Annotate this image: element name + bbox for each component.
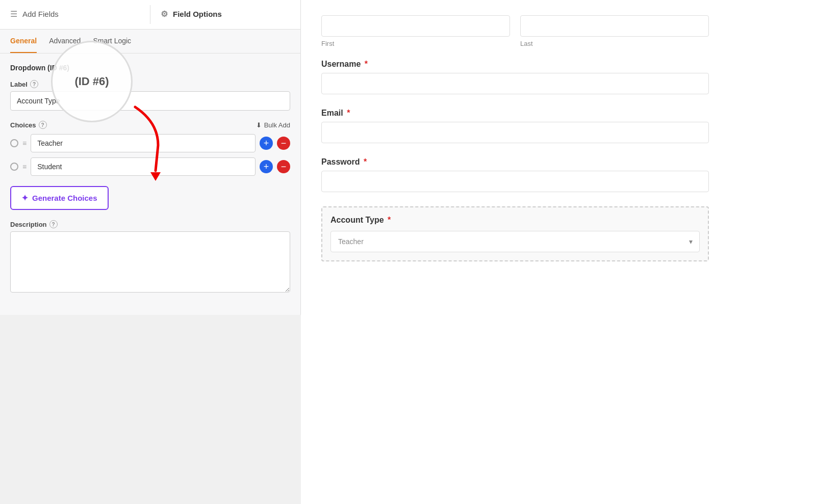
bulk-add-icon: ⬇ [256,121,262,129]
choices-help-icon[interactable]: ? [39,121,47,129]
choices-header: Choices ? ⬇ Bulk Add [10,121,290,129]
username-required-star: * [365,60,368,68]
drag-handle-1[interactable]: ≡ [22,139,27,147]
choice-add-button-1[interactable]: + [260,137,273,150]
label-input[interactable] [10,91,290,111]
name-row: First Last [321,15,709,47]
account-type-required-star: * [388,216,391,224]
generate-choices-button[interactable]: ✦ Generate Choices [10,186,109,210]
field-panel-content: Dropdown (ID #6) Label ? Choices ? ⬇ [0,54,300,315]
choice-row-2: ≡ + − [10,157,290,176]
choice-remove-button-1[interactable]: − [277,137,290,150]
account-type-label: Account Type * [330,216,700,225]
field-options-tab[interactable]: ⚙ Field Options [150,0,300,29]
field-type-label: Dropdown (ID #6) [10,64,290,72]
choices-label: Choices ? [10,121,47,129]
choices-group: Choices ? ⬇ Bulk Add ≡ + − [10,121,290,176]
username-group: Username * [321,60,709,94]
choice-radio-2[interactable] [10,163,18,171]
choice-row-1: ≡ + − [10,134,290,152]
generate-choices-label: Generate Choices [32,194,97,202]
choice-input-1[interactable] [31,134,256,152]
choice-radio-1[interactable] [10,139,18,147]
drag-handle-2[interactable]: ≡ [22,163,27,171]
label-field-label: Label ? [10,80,290,88]
description-group: Description ? [10,220,290,295]
tab-smart-logic[interactable]: Smart Logic [93,30,131,53]
first-name-input[interactable] [321,15,510,37]
first-name-field: First [321,15,510,47]
add-fields-icon: ☰ [10,9,17,19]
label-help-icon[interactable]: ? [30,80,38,88]
field-options-tab-label: Field Options [173,10,222,18]
add-fields-tab-label: Add Fields [22,10,59,18]
choice-remove-button-2[interactable]: − [277,160,290,173]
sub-tabs: General Advanced Smart Logic [0,30,300,54]
password-required-star: * [364,157,367,166]
description-label: Description ? [10,220,290,228]
username-input[interactable] [321,73,709,94]
right-panel: First Last Username * Email * [301,0,816,504]
account-type-select[interactable]: Teacher Student [330,231,700,252]
tab-advanced[interactable]: Advanced [49,30,81,53]
last-name-input[interactable] [520,15,709,37]
label-group: Label ? [10,80,290,111]
first-name-sublabel: First [321,40,510,47]
last-name-sublabel: Last [520,40,709,47]
tab-general[interactable]: General [10,30,37,53]
choice-input-2[interactable] [31,157,256,176]
password-label: Password * [321,157,709,167]
email-input[interactable] [321,122,709,143]
account-type-dropdown-wrapper: Teacher Student ▾ [330,231,700,252]
email-label: Email * [321,109,709,118]
email-required-star: * [347,109,350,117]
choice-add-button-2[interactable]: + [260,160,273,173]
last-name-field: Last [520,15,709,47]
password-group: Password * [321,157,709,192]
form-preview-section: First Last Username * Email * [321,15,709,261]
sparkle-icon: ✦ [21,193,28,203]
username-label: Username * [321,60,709,69]
panel-header: ☰ Add Fields ⚙ Field Options [0,0,300,30]
bulk-add-button[interactable]: ⬇ Bulk Add [256,121,290,129]
email-group: Email * [321,109,709,143]
add-fields-tab[interactable]: ☰ Add Fields [0,0,150,29]
password-input[interactable] [321,171,709,192]
description-help-icon[interactable]: ? [49,220,58,228]
account-type-section: Account Type * Teacher Student ▾ [321,206,709,261]
field-options-icon: ⚙ [161,9,168,19]
description-textarea[interactable] [10,231,290,293]
